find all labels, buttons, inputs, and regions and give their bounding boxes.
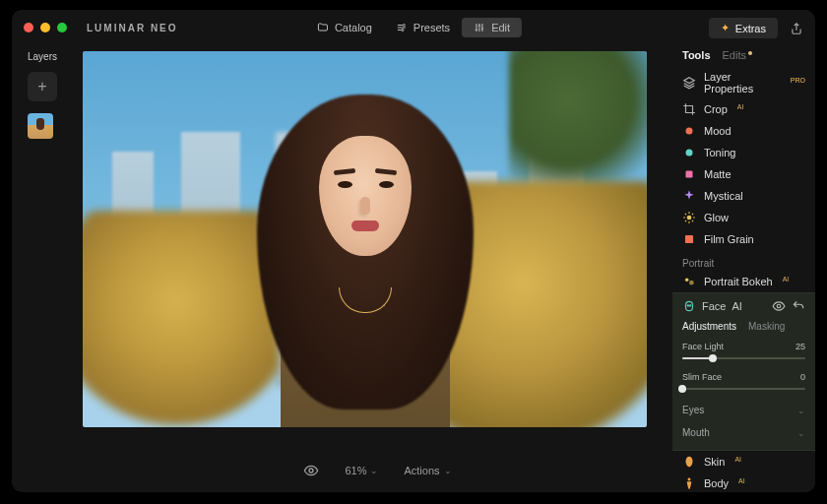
tool-skin[interactable]: SkinAI	[672, 451, 815, 472]
layers-icon	[682, 76, 696, 90]
mood-icon	[682, 124, 696, 138]
svg-rect-8	[686, 171, 693, 178]
tool-film-grain[interactable]: Film Grain	[672, 228, 815, 250]
slider-face-light-track[interactable]	[682, 354, 805, 362]
tool-matte[interactable]: Matte	[672, 163, 815, 185]
nav-presets[interactable]: Presets	[384, 18, 462, 37]
eye-icon[interactable]	[772, 299, 786, 313]
chevron-down-icon: ⌄	[797, 428, 805, 438]
tool-body[interactable]: BodyAI	[672, 472, 815, 492]
matte-icon	[682, 167, 696, 181]
tool-mood[interactable]: Mood	[672, 120, 815, 142]
app-window: LUMINAR NEO Catalog Presets Edit ✦ Extra…	[12, 10, 815, 492]
main-nav: Catalog Presets Edit	[305, 18, 522, 37]
bottom-bar: 61%⌄ Actions⌄	[83, 449, 672, 492]
svg-point-4	[481, 28, 483, 30]
window-controls	[24, 23, 67, 32]
undo-icon[interactable]	[792, 299, 805, 313]
canvas-column: 61%⌄ Actions⌄	[83, 45, 672, 492]
sliders-icon	[396, 22, 408, 33]
extras-button[interactable]: ✦ Extras	[709, 18, 778, 38]
dot-indicator-icon	[748, 51, 752, 55]
chevron-down-icon: ⌄	[370, 466, 378, 475]
minimize-window-icon[interactable]	[40, 23, 50, 32]
svg-point-16	[777, 304, 781, 308]
subtab-adjustments[interactable]: Adjustments	[682, 321, 736, 332]
tool-face-panel: FaceAI Adjustments Masking Face Light 25	[672, 292, 815, 451]
svg-point-11	[685, 279, 689, 283]
face-panel-header[interactable]: FaceAI	[682, 293, 805, 317]
svg-point-1	[402, 30, 404, 32]
right-tabs: Tools Edits	[672, 45, 815, 67]
sparkle-icon: ✦	[721, 22, 730, 34]
chevron-down-icon: ⌄	[797, 406, 805, 415]
tool-toning[interactable]: Toning	[672, 142, 815, 163]
bokeh-icon	[682, 275, 696, 288]
subtab-masking[interactable]: Masking	[748, 321, 785, 332]
svg-rect-10	[685, 235, 693, 243]
skin-icon	[682, 455, 696, 469]
chevron-down-icon: ⌄	[444, 466, 452, 475]
adjust-icon	[474, 22, 485, 33]
svg-point-6	[686, 128, 693, 135]
slider-face-light: Face Light 25	[682, 338, 805, 368]
svg-point-3	[478, 26, 480, 28]
svg-point-2	[476, 30, 477, 32]
svg-point-17	[688, 477, 691, 480]
image-canvas[interactable]	[83, 51, 647, 427]
pro-badge: PRO	[791, 77, 805, 84]
film-grain-icon	[682, 232, 696, 246]
folder-icon	[317, 22, 329, 33]
canvas-container	[83, 45, 672, 449]
layer-thumbnail[interactable]	[28, 113, 53, 139]
svg-rect-13	[686, 301, 693, 310]
layers-heading: Layers	[28, 51, 83, 62]
zoom-dropdown[interactable]: 61%⌄	[345, 465, 378, 476]
face-icon	[682, 299, 696, 313]
slider-slim-face-track[interactable]	[682, 385, 805, 393]
add-layer-button[interactable]: +	[28, 72, 57, 101]
crop-icon	[682, 102, 696, 116]
section-portrait: Portrait	[672, 250, 815, 271]
svg-point-12	[689, 281, 694, 285]
collapse-eyes[interactable]: Eyes ⌄	[682, 399, 805, 421]
layers-column: Layers +	[12, 45, 83, 492]
actions-dropdown[interactable]: Actions⌄	[404, 465, 451, 476]
svg-point-5	[309, 469, 313, 472]
close-window-icon[interactable]	[24, 23, 33, 32]
tool-portrait-bokeh[interactable]: Portrait BokehAI	[672, 271, 815, 292]
title-bar: LUMINAR NEO Catalog Presets Edit ✦ Extra…	[12, 10, 815, 45]
share-icon[interactable]	[790, 22, 803, 35]
svg-point-0	[403, 25, 405, 27]
tab-tools[interactable]: Tools	[682, 49, 711, 61]
collapse-mouth[interactable]: Mouth ⌄	[682, 421, 805, 444]
body-icon	[682, 476, 696, 490]
toning-icon	[682, 146, 696, 159]
nav-edit[interactable]: Edit	[462, 18, 522, 37]
brand-label: LUMINAR NEO	[87, 23, 178, 33]
tab-edits[interactable]: Edits	[723, 49, 752, 61]
svg-point-9	[687, 216, 692, 220]
preview-toggle-icon[interactable]	[303, 463, 319, 478]
svg-point-14	[687, 305, 688, 306]
mystical-icon	[682, 189, 696, 203]
svg-point-15	[690, 305, 691, 306]
tool-mystical[interactable]: Mystical	[672, 185, 815, 207]
right-panel: Tools Edits Layer Properties PRO CropAI …	[672, 45, 815, 492]
glow-icon	[682, 211, 696, 224]
tool-crop[interactable]: CropAI	[672, 98, 815, 120]
fullscreen-window-icon[interactable]	[57, 23, 67, 32]
title-bar-right: ✦ Extras	[709, 18, 803, 38]
tool-layer-properties[interactable]: Layer Properties PRO	[672, 67, 815, 98]
tool-glow[interactable]: Glow	[672, 207, 815, 228]
slider-slim-face: Slim Face 0	[682, 368, 805, 399]
face-subtabs: Adjustments Masking	[682, 317, 805, 338]
app-body: Layers +	[12, 45, 815, 492]
nav-catalog[interactable]: Catalog	[305, 18, 384, 37]
svg-point-7	[686, 150, 693, 157]
